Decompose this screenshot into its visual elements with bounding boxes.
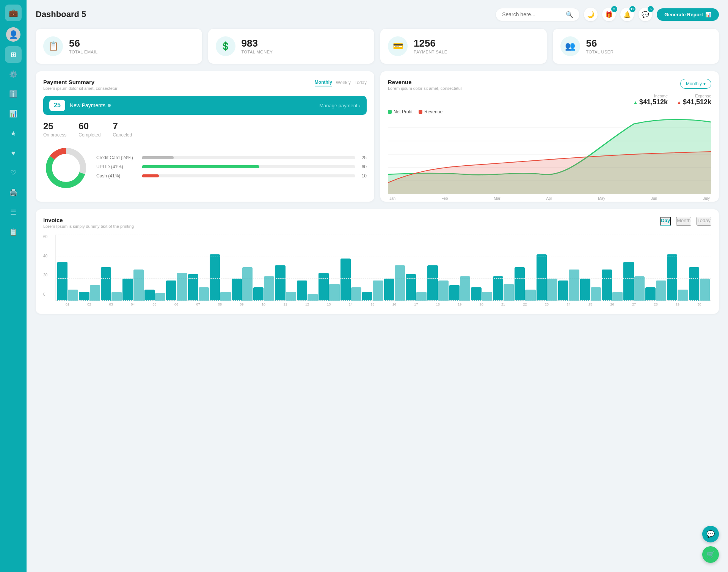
bar-group-24 bbox=[558, 270, 579, 301]
x-label-jun: Jun bbox=[651, 196, 657, 201]
gift-button[interactable]: 🎁 2 bbox=[602, 8, 616, 21]
x-label-feb: Feb bbox=[441, 196, 448, 201]
donut-chart bbox=[43, 145, 89, 192]
user-avatar[interactable]: 👤 bbox=[6, 27, 20, 42]
notifications-badge: 12 bbox=[629, 6, 635, 12]
bar-group-18 bbox=[427, 265, 448, 301]
bar-9-1 bbox=[232, 279, 242, 301]
money-label: TOTAL MONEY bbox=[242, 50, 273, 54]
bar-group-22 bbox=[515, 267, 535, 301]
invoice-chart-container: 0 20 40 60 01020304050607080910111213141… bbox=[43, 235, 711, 306]
bar-7-1 bbox=[188, 274, 198, 301]
bar-chart-icon: 📊 bbox=[705, 12, 711, 17]
x-label-10: 10 bbox=[253, 302, 274, 306]
sidebar-item-analytics[interactable]: 📊 bbox=[5, 105, 22, 122]
sidebar-item-wishlist[interactable]: ♡ bbox=[5, 165, 22, 181]
bar-11-2 bbox=[286, 292, 296, 301]
sidebar-item-docs[interactable]: 📋 bbox=[5, 224, 22, 240]
revenue-legend: Net Profit Revenue bbox=[388, 109, 711, 114]
x-label-16: 16 bbox=[384, 302, 405, 306]
sidebar-item-print[interactable]: 🖨️ bbox=[5, 184, 22, 201]
support-fab[interactable]: 💬 bbox=[702, 526, 719, 542]
stat-completed: 60 Completed bbox=[78, 121, 100, 138]
revenue-monthly-dropdown[interactable]: Monthly ▾ bbox=[680, 79, 711, 89]
payment-tab-today[interactable]: Today bbox=[355, 79, 367, 86]
bar-30-2 bbox=[700, 279, 710, 301]
messages-badge: 5 bbox=[648, 6, 654, 12]
x-label-19: 19 bbox=[449, 302, 470, 306]
list-icon: ☰ bbox=[10, 208, 16, 216]
bar-27-1 bbox=[623, 262, 634, 301]
completed-number: 60 bbox=[78, 121, 100, 132]
expense-arrow-icon: ▲ bbox=[677, 100, 681, 105]
x-label-05: 05 bbox=[144, 302, 165, 306]
sidebar-item-liked[interactable]: ♥ bbox=[5, 145, 22, 161]
revenue-chart: Jan Feb Mar Apr May Jun July bbox=[388, 118, 711, 194]
revenue-panel: Revenue Lorem ipsum dolor sit amet, cons… bbox=[380, 71, 719, 202]
stat-canceled: 7 Canceled bbox=[113, 121, 132, 138]
sidebar-item-dashboard[interactable]: ⊞ bbox=[5, 46, 22, 63]
x-label-23: 23 bbox=[536, 302, 557, 306]
sidebar-item-settings[interactable]: ⚙️ bbox=[5, 66, 22, 83]
email-icon: 📋 bbox=[43, 36, 63, 56]
bar-group-14 bbox=[340, 259, 361, 301]
stat-money-info: 983 TOTAL MONEY bbox=[242, 38, 273, 54]
dark-mode-toggle[interactable]: 🌙 bbox=[584, 8, 598, 21]
invoice-tab-day[interactable]: Day bbox=[660, 217, 671, 226]
bar-10-1 bbox=[253, 287, 264, 301]
bar-15-1 bbox=[362, 292, 372, 301]
bar-group-23 bbox=[537, 254, 557, 301]
invoice-tab-today[interactable]: Today bbox=[697, 217, 711, 226]
net-profit-dot bbox=[388, 110, 392, 114]
cart-icon: 🛒 bbox=[706, 550, 715, 559]
bar-9-2 bbox=[242, 267, 253, 301]
x-label-24: 24 bbox=[558, 302, 579, 306]
bar-18-2 bbox=[438, 281, 449, 301]
bar-16-2 bbox=[395, 265, 405, 301]
bar-group-19 bbox=[449, 276, 470, 301]
notifications-button[interactable]: 🔔 12 bbox=[620, 8, 634, 21]
income-value: ▲ $41,512k bbox=[633, 98, 668, 106]
x-label-01: 01 bbox=[57, 302, 78, 306]
sidebar-item-info[interactable]: ℹ️ bbox=[5, 86, 22, 102]
messages-button[interactable]: 💬 5 bbox=[639, 8, 652, 21]
manage-payment-link[interactable]: Manage payment › bbox=[319, 103, 361, 108]
payment-tab-weekly[interactable]: Weekly bbox=[336, 79, 351, 86]
new-payments-label: New Payments bbox=[70, 102, 111, 108]
bar-group-13 bbox=[318, 273, 339, 301]
canceled-label: Canceled bbox=[113, 132, 132, 138]
info-icon: ℹ️ bbox=[9, 90, 17, 98]
users-icon: 👥 bbox=[560, 36, 580, 56]
bar-group-12 bbox=[297, 281, 318, 301]
search-icon[interactable]: 🔍 bbox=[566, 11, 573, 18]
fab-area: 💬 🛒 bbox=[702, 526, 719, 563]
bar-group-29 bbox=[667, 254, 688, 301]
bar-21-2 bbox=[504, 284, 514, 301]
payment-body: Credit Card (24%) 25 UPI ID (41%) 60 bbox=[43, 145, 367, 192]
bar-18-1 bbox=[427, 265, 438, 301]
bar-17-1 bbox=[406, 274, 416, 301]
chevron-down-icon: ▾ bbox=[703, 81, 706, 86]
progress-row-cash: Cash (41%) 10 bbox=[96, 173, 367, 179]
bar-group-27 bbox=[623, 262, 644, 301]
x-label-15: 15 bbox=[362, 302, 383, 306]
sidebar-item-favorites[interactable]: ★ bbox=[5, 125, 22, 142]
invoice-tab-month[interactable]: Month bbox=[676, 217, 691, 226]
payment-tab-monthly[interactable]: Monthly bbox=[315, 79, 332, 86]
bar-29-2 bbox=[678, 290, 688, 301]
sidebar-logo[interactable]: 💼 bbox=[5, 5, 22, 21]
upi-label: UPI ID (41%) bbox=[96, 164, 138, 169]
middle-row: Payment Summary Lorem ipsum dolor sit am… bbox=[36, 71, 719, 202]
bar-group-30 bbox=[689, 267, 710, 301]
cart-fab[interactable]: 🛒 bbox=[702, 546, 719, 563]
stat-cards-grid: 📋 56 TOTAL EMAIL 💲 983 TOTAL MONEY 💳 125… bbox=[36, 29, 719, 64]
generate-report-button[interactable]: Generate Report 📊 bbox=[657, 8, 719, 21]
bar-3-1 bbox=[101, 267, 111, 301]
net-profit-label: Net Profit bbox=[394, 109, 413, 114]
sidebar-item-list[interactable]: ☰ bbox=[5, 204, 22, 221]
x-label-11: 11 bbox=[275, 302, 296, 306]
revenue-top: Revenue Lorem ipsum dolor sit amet, cons… bbox=[388, 79, 711, 91]
search-input[interactable] bbox=[502, 11, 563, 17]
avatar-image: 👤 bbox=[9, 30, 18, 39]
money-count: 983 bbox=[242, 38, 273, 48]
